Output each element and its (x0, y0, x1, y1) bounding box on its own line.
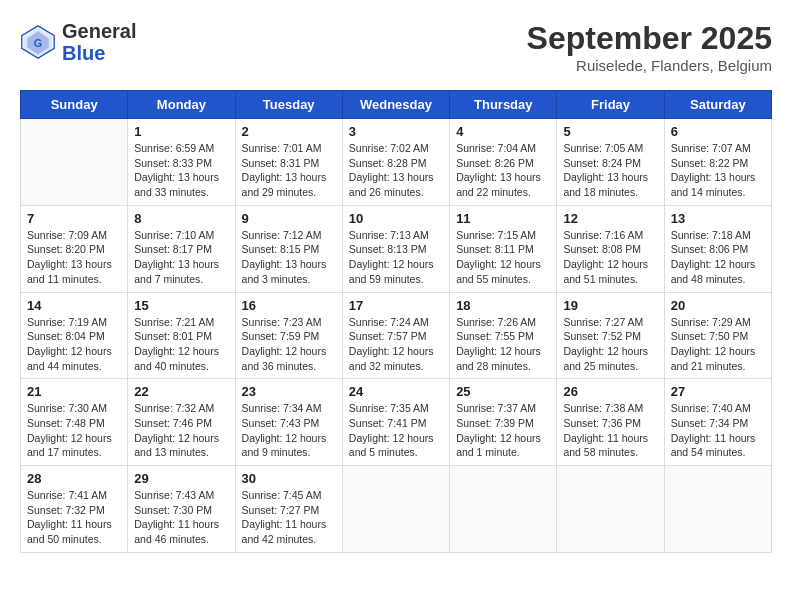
calendar-cell: 7Sunrise: 7:09 AMSunset: 8:20 PMDaylight… (21, 205, 128, 292)
calendar-cell: 2Sunrise: 7:01 AMSunset: 8:31 PMDaylight… (235, 119, 342, 206)
day-number: 4 (456, 124, 550, 139)
day-number: 5 (563, 124, 657, 139)
day-info: Sunrise: 7:32 AMSunset: 7:46 PMDaylight:… (134, 401, 228, 460)
day-info: Sunrise: 7:30 AMSunset: 7:48 PMDaylight:… (27, 401, 121, 460)
day-info: Sunrise: 7:19 AMSunset: 8:04 PMDaylight:… (27, 315, 121, 374)
day-info: Sunrise: 7:18 AMSunset: 8:06 PMDaylight:… (671, 228, 765, 287)
calendar-cell: 24Sunrise: 7:35 AMSunset: 7:41 PMDayligh… (342, 379, 449, 466)
calendar-week-3: 14Sunrise: 7:19 AMSunset: 8:04 PMDayligh… (21, 292, 772, 379)
calendar-cell: 22Sunrise: 7:32 AMSunset: 7:46 PMDayligh… (128, 379, 235, 466)
day-info: Sunrise: 7:38 AMSunset: 7:36 PMDaylight:… (563, 401, 657, 460)
day-info: Sunrise: 7:12 AMSunset: 8:15 PMDaylight:… (242, 228, 336, 287)
logo: G General Blue (20, 20, 136, 64)
day-info: Sunrise: 7:34 AMSunset: 7:43 PMDaylight:… (242, 401, 336, 460)
calendar-cell: 26Sunrise: 7:38 AMSunset: 7:36 PMDayligh… (557, 379, 664, 466)
day-info: Sunrise: 7:29 AMSunset: 7:50 PMDaylight:… (671, 315, 765, 374)
day-info: Sunrise: 7:23 AMSunset: 7:59 PMDaylight:… (242, 315, 336, 374)
day-number: 19 (563, 298, 657, 313)
day-info: Sunrise: 7:13 AMSunset: 8:13 PMDaylight:… (349, 228, 443, 287)
day-info: Sunrise: 7:41 AMSunset: 7:32 PMDaylight:… (27, 488, 121, 547)
day-number: 17 (349, 298, 443, 313)
day-number: 21 (27, 384, 121, 399)
calendar-cell: 3Sunrise: 7:02 AMSunset: 8:28 PMDaylight… (342, 119, 449, 206)
calendar-week-1: 1Sunrise: 6:59 AMSunset: 8:33 PMDaylight… (21, 119, 772, 206)
calendar-cell: 12Sunrise: 7:16 AMSunset: 8:08 PMDayligh… (557, 205, 664, 292)
calendar-cell: 9Sunrise: 7:12 AMSunset: 8:15 PMDaylight… (235, 205, 342, 292)
calendar-cell (450, 466, 557, 553)
day-info: Sunrise: 7:35 AMSunset: 7:41 PMDaylight:… (349, 401, 443, 460)
day-number: 15 (134, 298, 228, 313)
calendar-cell: 25Sunrise: 7:37 AMSunset: 7:39 PMDayligh… (450, 379, 557, 466)
day-info: Sunrise: 7:15 AMSunset: 8:11 PMDaylight:… (456, 228, 550, 287)
day-number: 6 (671, 124, 765, 139)
calendar-cell: 8Sunrise: 7:10 AMSunset: 8:17 PMDaylight… (128, 205, 235, 292)
calendar-cell (664, 466, 771, 553)
day-number: 10 (349, 211, 443, 226)
calendar-cell: 23Sunrise: 7:34 AMSunset: 7:43 PMDayligh… (235, 379, 342, 466)
calendar-cell: 18Sunrise: 7:26 AMSunset: 7:55 PMDayligh… (450, 292, 557, 379)
title-section: September 2025 Ruiselede, Flanders, Belg… (527, 20, 772, 74)
day-info: Sunrise: 7:05 AMSunset: 8:24 PMDaylight:… (563, 141, 657, 200)
calendar-cell: 6Sunrise: 7:07 AMSunset: 8:22 PMDaylight… (664, 119, 771, 206)
calendar: SundayMondayTuesdayWednesdayThursdayFrid… (20, 90, 772, 553)
page-header: G General Blue September 2025 Ruiselede,… (20, 20, 772, 74)
calendar-cell: 19Sunrise: 7:27 AMSunset: 7:52 PMDayligh… (557, 292, 664, 379)
calendar-cell: 29Sunrise: 7:43 AMSunset: 7:30 PMDayligh… (128, 466, 235, 553)
day-info: Sunrise: 7:21 AMSunset: 8:01 PMDaylight:… (134, 315, 228, 374)
day-info: Sunrise: 7:04 AMSunset: 8:26 PMDaylight:… (456, 141, 550, 200)
calendar-cell: 4Sunrise: 7:04 AMSunset: 8:26 PMDaylight… (450, 119, 557, 206)
day-number: 7 (27, 211, 121, 226)
day-info: Sunrise: 7:37 AMSunset: 7:39 PMDaylight:… (456, 401, 550, 460)
calendar-cell: 15Sunrise: 7:21 AMSunset: 8:01 PMDayligh… (128, 292, 235, 379)
day-number: 3 (349, 124, 443, 139)
weekday-header-thursday: Thursday (450, 91, 557, 119)
day-number: 1 (134, 124, 228, 139)
day-number: 30 (242, 471, 336, 486)
day-number: 28 (27, 471, 121, 486)
day-info: Sunrise: 7:26 AMSunset: 7:55 PMDaylight:… (456, 315, 550, 374)
day-number: 12 (563, 211, 657, 226)
day-number: 23 (242, 384, 336, 399)
month-title: September 2025 (527, 20, 772, 57)
day-info: Sunrise: 7:16 AMSunset: 8:08 PMDaylight:… (563, 228, 657, 287)
calendar-week-4: 21Sunrise: 7:30 AMSunset: 7:48 PMDayligh… (21, 379, 772, 466)
weekday-header-monday: Monday (128, 91, 235, 119)
day-number: 8 (134, 211, 228, 226)
day-number: 11 (456, 211, 550, 226)
calendar-cell (21, 119, 128, 206)
day-number: 29 (134, 471, 228, 486)
calendar-cell: 5Sunrise: 7:05 AMSunset: 8:24 PMDaylight… (557, 119, 664, 206)
calendar-cell: 16Sunrise: 7:23 AMSunset: 7:59 PMDayligh… (235, 292, 342, 379)
location: Ruiselede, Flanders, Belgium (527, 57, 772, 74)
day-info: Sunrise: 7:01 AMSunset: 8:31 PMDaylight:… (242, 141, 336, 200)
day-number: 9 (242, 211, 336, 226)
day-number: 24 (349, 384, 443, 399)
weekday-header-tuesday: Tuesday (235, 91, 342, 119)
weekday-header-saturday: Saturday (664, 91, 771, 119)
day-info: Sunrise: 7:24 AMSunset: 7:57 PMDaylight:… (349, 315, 443, 374)
weekday-header-wednesday: Wednesday (342, 91, 449, 119)
calendar-week-2: 7Sunrise: 7:09 AMSunset: 8:20 PMDaylight… (21, 205, 772, 292)
calendar-cell: 28Sunrise: 7:41 AMSunset: 7:32 PMDayligh… (21, 466, 128, 553)
day-number: 27 (671, 384, 765, 399)
day-number: 26 (563, 384, 657, 399)
calendar-cell (557, 466, 664, 553)
weekday-header-row: SundayMondayTuesdayWednesdayThursdayFrid… (21, 91, 772, 119)
calendar-cell: 14Sunrise: 7:19 AMSunset: 8:04 PMDayligh… (21, 292, 128, 379)
logo-icon: G (20, 24, 56, 60)
day-info: Sunrise: 7:27 AMSunset: 7:52 PMDaylight:… (563, 315, 657, 374)
logo-text: General Blue (62, 20, 136, 64)
day-info: Sunrise: 6:59 AMSunset: 8:33 PMDaylight:… (134, 141, 228, 200)
day-info: Sunrise: 7:07 AMSunset: 8:22 PMDaylight:… (671, 141, 765, 200)
day-info: Sunrise: 7:09 AMSunset: 8:20 PMDaylight:… (27, 228, 121, 287)
day-info: Sunrise: 7:40 AMSunset: 7:34 PMDaylight:… (671, 401, 765, 460)
calendar-cell: 20Sunrise: 7:29 AMSunset: 7:50 PMDayligh… (664, 292, 771, 379)
day-info: Sunrise: 7:43 AMSunset: 7:30 PMDaylight:… (134, 488, 228, 547)
calendar-cell: 11Sunrise: 7:15 AMSunset: 8:11 PMDayligh… (450, 205, 557, 292)
day-number: 22 (134, 384, 228, 399)
day-number: 13 (671, 211, 765, 226)
calendar-cell: 30Sunrise: 7:45 AMSunset: 7:27 PMDayligh… (235, 466, 342, 553)
day-number: 18 (456, 298, 550, 313)
calendar-cell: 1Sunrise: 6:59 AMSunset: 8:33 PMDaylight… (128, 119, 235, 206)
day-number: 25 (456, 384, 550, 399)
